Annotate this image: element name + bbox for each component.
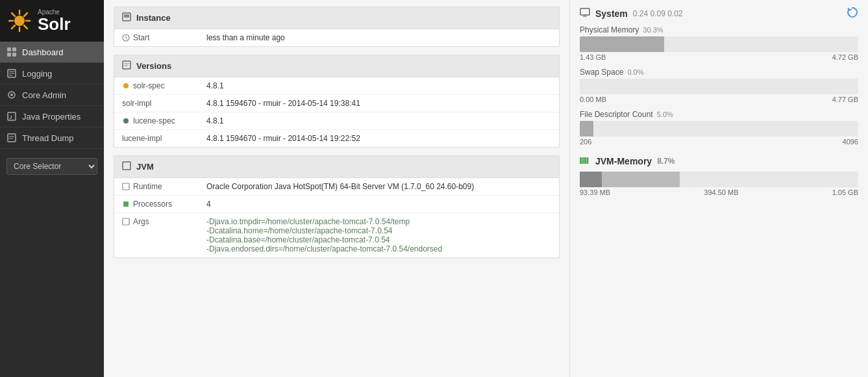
svg-line-6	[24, 25, 27, 29]
svg-rect-12	[12, 53, 16, 57]
solr-logo-icon	[6, 8, 32, 34]
svg-rect-34	[123, 202, 129, 207]
swap-space-labels: 0.00 MB 4.77 GB	[580, 96, 858, 103]
jvm-processors-label: Processors	[122, 200, 206, 209]
jvm-processors-value: 4	[206, 200, 211, 209]
svg-rect-42	[587, 157, 589, 164]
physical-memory-bar	[580, 36, 858, 52]
instance-start-value: less than a minute ago	[206, 33, 285, 42]
instance-body: Start less than a minute ago	[114, 29, 559, 46]
physical-memory-pct: 30.3%	[643, 26, 663, 34]
svg-rect-39	[580, 157, 582, 164]
java-properties-label: Java Properties	[22, 112, 81, 122]
physical-memory-used: 1.43 GB	[580, 53, 606, 61]
system-section: System 0.24 0.09 0.02 Physical Memory 30…	[580, 6, 858, 146]
physical-memory-metric: Physical Memory 30.3% 1.43 GB 4.72 GB	[580, 25, 858, 61]
file-descriptor-used: 206	[580, 138, 591, 146]
file-descriptor-total: 4096	[843, 138, 858, 146]
solr-spec-value: 4.8.1	[206, 81, 224, 90]
svg-rect-27	[123, 61, 130, 69]
jvm-icon	[122, 161, 131, 172]
jvm-memory-pct: 8.7%	[657, 157, 675, 166]
system-title: System	[595, 8, 628, 19]
instance-start-row: Start less than a minute ago	[114, 29, 559, 46]
physical-memory-label: Physical Memory 30.3%	[580, 25, 858, 34]
jvm-memory-title-row: JVM-Memory 8.7%	[580, 156, 858, 166]
svg-line-7	[24, 13, 27, 16]
file-descriptor-fill	[580, 121, 593, 136]
jvm-args-label: Args	[122, 217, 206, 226]
physical-memory-fill	[580, 36, 664, 52]
sidebar-item-logging[interactable]: Logging	[0, 63, 104, 84]
version-row-1: solr-impl 4.8.1 1594670 - rmuir - 2014-0…	[114, 95, 559, 112]
physical-memory-total: 4.72 GB	[832, 53, 858, 61]
jvm-args-row: Args -Djava.io.tmpdir=/home/cluster/apac…	[114, 213, 559, 257]
svg-point-31	[123, 118, 129, 124]
system-title-row: System 0.24 0.09 0.02	[580, 6, 858, 20]
swap-space-total: 4.77 GB	[832, 96, 858, 103]
logo-area: Apache Solr	[0, 0, 104, 42]
instance-title: Instance	[136, 13, 171, 23]
svg-text:J: J	[9, 114, 12, 120]
jvm-memory-section: JVM-Memory 8.7% 93.39 MB 394.50 MB 1.05 …	[580, 156, 858, 196]
lucene-spec-value: 4.8.1	[206, 116, 224, 125]
instance-start-label: Start	[122, 33, 206, 42]
svg-rect-40	[582, 157, 584, 164]
svg-rect-32	[123, 162, 130, 170]
core-admin-label: Core Admin	[22, 90, 66, 100]
instance-icon	[122, 12, 131, 23]
jvm-memory-used-fill	[580, 172, 602, 187]
solr-impl-value: 4.8.1 1594670 - rmuir - 2014-05-14 19:38…	[206, 99, 360, 108]
solr-impl-label: solr-impl	[122, 99, 206, 108]
svg-rect-36	[580, 8, 589, 15]
jvm-memory-labels: 93.39 MB 394.50 MB 1.05 GB	[580, 188, 858, 196]
versions-section: Versions solr-spec 4.8.1 solr-impl 4.8.1…	[114, 55, 560, 148]
file-descriptor-labels: 206 4096	[580, 138, 858, 146]
jvm-memory-committed-val: 394.50 MB	[704, 188, 738, 196]
swap-space-used: 0.00 MB	[580, 96, 606, 103]
svg-rect-21	[8, 134, 16, 142]
svg-point-0	[14, 16, 25, 26]
thread-dump-label: Thread Dump	[22, 133, 73, 143]
sidebar-item-dashboard[interactable]: Dashboard	[0, 42, 104, 63]
jvm-title: JVM	[136, 162, 154, 172]
dashboard-label: Dashboard	[22, 47, 64, 57]
right-panel: System 0.24 0.09 0.02 Physical Memory 30…	[569, 0, 868, 377]
swap-space-bar	[580, 79, 858, 94]
lucene-impl-value: 4.8.1 1594670 - rmuir - 2014-05-14 19:22…	[206, 134, 360, 143]
sidebar: Apache Solr Dashboard Logging Core Admin…	[0, 0, 104, 377]
sidebar-item-java-properties[interactable]: J Java Properties	[0, 106, 104, 127]
file-descriptor-pct: 5.0%	[657, 110, 673, 118]
refresh-icon[interactable]	[847, 6, 858, 20]
svg-rect-35	[123, 218, 129, 225]
svg-line-5	[12, 13, 15, 16]
svg-rect-41	[584, 157, 586, 164]
swap-space-pct: 0.0%	[627, 68, 643, 76]
system-screen-icon	[580, 8, 590, 19]
versions-title: Versions	[136, 61, 171, 71]
sidebar-item-thread-dump[interactable]: Thread Dump	[0, 127, 104, 149]
jvm-runtime-row: Runtime Oracle Corporation Java HotSpot(…	[114, 178, 559, 196]
svg-rect-11	[7, 53, 11, 57]
jvm-memory-max-fill	[680, 172, 858, 187]
system-load: 0.24 0.09 0.02	[633, 9, 683, 18]
core-selector[interactable]: Core Selector	[6, 158, 97, 175]
logging-label: Logging	[22, 69, 52, 79]
jvm-memory-title: JVM-Memory	[595, 156, 652, 166]
lucene-impl-label: lucene-impl	[122, 134, 206, 143]
sidebar-item-core-admin[interactable]: Core Admin	[0, 84, 104, 106]
jvm-runtime-value: Oracle Corporation Java HotSpot(TM) 64-B…	[206, 182, 474, 191]
version-row-3: lucene-impl 4.8.1 1594670 - rmuir - 2014…	[114, 130, 559, 147]
core-admin-icon	[6, 90, 17, 100]
solr-label: Solr	[38, 14, 71, 34]
file-descriptor-metric: File Descriptor Count 5.0% 206 4096	[580, 110, 858, 146]
thread-icon	[6, 133, 17, 143]
swap-space-label: Swap Space 0.0%	[580, 68, 858, 77]
lucene-spec-label: lucene-spec	[122, 116, 206, 125]
logging-icon	[6, 68, 17, 79]
jvm-args-value: -Djava.io.tmpdir=/home/cluster/apache-to…	[206, 217, 442, 254]
svg-point-18	[10, 94, 13, 96]
physical-memory-labels: 1.43 GB 4.72 GB	[580, 53, 858, 61]
versions-icon	[122, 60, 131, 72]
svg-rect-25	[124, 14, 129, 18]
